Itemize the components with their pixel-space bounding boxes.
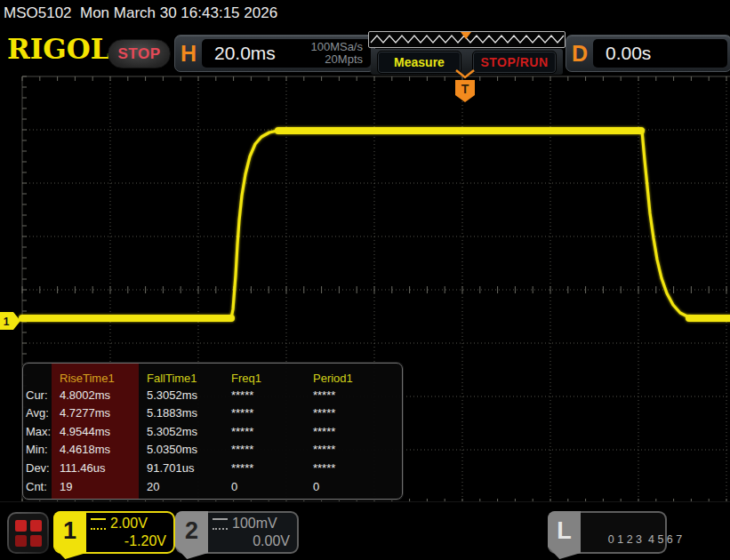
- sample-rate: 100MSa/s: [310, 41, 363, 53]
- delay-label: D: [566, 41, 593, 67]
- table-cell: 5.3052ms: [140, 423, 224, 442]
- row-label: Cur:: [26, 387, 52, 405]
- channel1-trace: [22, 131, 730, 318]
- channel1-offset: -1.20V: [91, 532, 166, 549]
- channel1-tab[interactable]: 1: [53, 511, 86, 559]
- channel1-scale: 2.00V: [110, 515, 148, 532]
- logic-channels-box[interactable]: L 0 1 2 3 4 5 6 7 8 9 1011 12131415: [548, 511, 667, 554]
- oscilloscope-screen: MSO5102 Mon March 30 16:43:15 2026 RIGOL…: [0, 0, 730, 560]
- table-cell: *****: [306, 387, 402, 405]
- memory-depth: 20Mpts: [325, 53, 363, 66]
- delay-panel[interactable]: D 0.00s: [566, 35, 730, 72]
- stop-run-button[interactable]: STOP/RUN: [472, 51, 557, 74]
- table-cell: 5.1883ms: [140, 404, 224, 423]
- trigger-marker-letter: T: [461, 82, 469, 96]
- rigol-logo: RIGOL: [7, 33, 110, 65]
- channel2-box[interactable]: 2 100mV 0.00V: [175, 511, 299, 554]
- table-cell: 4.9544ms: [52, 423, 140, 442]
- table-cell: 91.701us: [140, 460, 224, 478]
- acquisition-info: 100MSa/s 20Mpts: [310, 41, 363, 66]
- horizontal-panel[interactable]: H 20.0ms 100MSa/s 20Mpts: [174, 35, 375, 72]
- channel2-scale: 100mV: [232, 515, 277, 532]
- table-cell: *****: [306, 441, 402, 460]
- horizontal-label: H: [175, 41, 202, 67]
- table-cell: *****: [224, 441, 306, 460]
- table-cell: *****: [224, 404, 306, 423]
- table-cell: *****: [306, 460, 402, 478]
- dc-coupling-icon: [91, 518, 106, 530]
- table-cell: 0: [224, 478, 306, 497]
- table-cell: 5.3052ms: [140, 387, 224, 405]
- run-state-badge: STOP: [108, 39, 171, 68]
- table-cell: 5.0350ms: [140, 441, 224, 460]
- row-label: Max:: [26, 423, 52, 442]
- channel1-position-marker[interactable]: 1: [0, 312, 20, 330]
- channel2-tab[interactable]: 2: [175, 511, 208, 559]
- row-label: Cnt:: [26, 478, 52, 497]
- channel1-box[interactable]: 1 2.00V -1.20V: [53, 511, 175, 554]
- measure-button[interactable]: Measure: [377, 51, 461, 74]
- table-cell: *****: [224, 460, 306, 478]
- table-cell: 4.4618ms: [52, 441, 140, 460]
- table-cell: *****: [306, 423, 402, 442]
- timebase-box: 20.0ms 100MSa/s 20Mpts: [202, 39, 371, 68]
- table-cell: *****: [306, 404, 402, 423]
- trigger-position-marker[interactable]: T: [455, 70, 475, 102]
- menu-grid-icon: [9, 514, 47, 552]
- table-cell: 4.7277ms: [52, 404, 140, 423]
- memory-trigger-position-icon[interactable]: [461, 32, 471, 39]
- memory-navigation-widget: Measure STOP/RUN: [368, 31, 566, 75]
- measurement-column-header[interactable]: Freq1: [224, 368, 306, 387]
- row-label: Dev:: [26, 460, 52, 478]
- delay-value: 0.00s: [606, 43, 727, 64]
- table-cell: 20: [140, 478, 224, 497]
- table-cell: 19: [52, 478, 140, 497]
- table-cell: 4.8002ms: [52, 387, 140, 405]
- table-cell: 0: [306, 478, 402, 497]
- measurement-table: RiseTime1 FallTime1 Freq1 Period1 Cur: 4…: [26, 368, 402, 496]
- logic-tab[interactable]: L: [548, 511, 581, 559]
- table-cell: *****: [224, 423, 306, 442]
- channel2-offset: 0.00V: [213, 532, 290, 549]
- row-label: Avg:: [26, 404, 52, 423]
- toolbar-button-row: Measure STOP/RUN: [371, 49, 563, 75]
- dc-coupling-icon: [213, 518, 228, 530]
- measurement-column-header[interactable]: RiseTime1: [52, 368, 140, 387]
- channel-status-bar: 1 2.00V -1.20V 2 100mV 0.00V L: [0, 501, 730, 560]
- table-cell: *****: [224, 387, 306, 405]
- measurement-column-header[interactable]: FallTime1: [140, 368, 224, 387]
- table-cell: 111.46us: [52, 460, 140, 478]
- logic-channel-numbers: 0 1 2 3 4 5 6 7 8 9 1011 12131415: [583, 513, 665, 560]
- channel1-marker-number: 1: [4, 316, 10, 328]
- delay-box: 0.00s: [593, 39, 727, 68]
- model-and-datetime: MSO5102 Mon March 30 16:43:15 2026: [4, 0, 277, 27]
- measurement-panel[interactable]: RiseTime1 FallTime1 Freq1 Period1 Cur: 4…: [22, 363, 403, 500]
- memory-waveform-strip[interactable]: [368, 31, 566, 48]
- timebase-value: 20.0ms: [214, 43, 310, 64]
- measurement-column-header[interactable]: Period1: [306, 368, 402, 387]
- row-label: Min:: [26, 441, 52, 460]
- menu-grid-button[interactable]: [7, 512, 49, 554]
